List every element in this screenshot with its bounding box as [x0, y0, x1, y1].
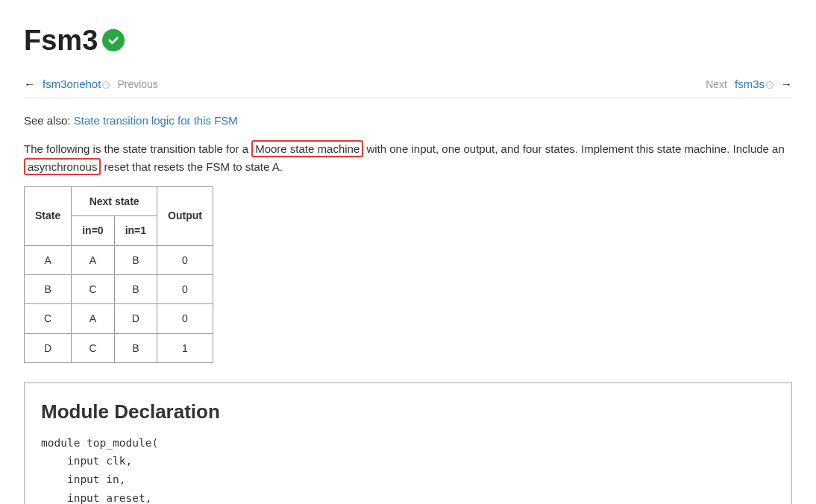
- col-in0: in=0: [72, 216, 114, 245]
- next-link[interactable]: fsm3s: [735, 75, 773, 93]
- col-output: Output: [157, 186, 213, 245]
- see-also: See also: State transition logic for thi…: [24, 112, 792, 130]
- prev-label: Previous: [117, 76, 157, 92]
- title-row: Fsm3: [24, 18, 792, 63]
- module-heading: Module Declaration: [41, 397, 775, 428]
- prev-next-nav: ← fsm3onehot Previous Next fsm3s →: [24, 69, 792, 98]
- status-dot-icon: [102, 81, 110, 89]
- nav-right: Next fsm3s →: [706, 75, 792, 93]
- highlight-moore: Moore state machine: [251, 140, 363, 158]
- problem-description: The following is the state transition ta…: [24, 140, 792, 176]
- prev-link[interactable]: fsm3onehot: [43, 75, 110, 93]
- table-row: C A D 0: [25, 304, 213, 333]
- table-row: D C B 1: [25, 333, 213, 362]
- module-declaration-box: Module Declaration module top_module( in…: [24, 382, 792, 504]
- highlight-async: asynchronous: [24, 158, 101, 176]
- col-in1: in=1: [114, 216, 157, 245]
- col-next-state: Next state: [72, 186, 157, 215]
- status-dot-icon: [766, 81, 773, 89]
- next-label: Next: [706, 76, 727, 92]
- arrow-left-icon[interactable]: ←: [24, 75, 35, 93]
- module-code: module top_module( input clk, input in, …: [41, 434, 775, 504]
- arrow-right-icon[interactable]: →: [781, 75, 792, 93]
- table-row: A A B 0: [25, 245, 213, 274]
- table-row: B C B 0: [25, 274, 213, 303]
- see-also-prefix: See also:: [24, 114, 74, 127]
- see-also-link[interactable]: State transition logic for this FSM: [74, 114, 238, 127]
- state-transition-table: State Next state Output in=0 in=1 A A B …: [24, 186, 213, 363]
- success-check-icon: [102, 29, 125, 51]
- page-title: Fsm3: [24, 18, 98, 63]
- table-header-row: State Next state Output: [25, 186, 213, 215]
- nav-left: ← fsm3onehot Previous: [24, 75, 158, 93]
- col-state: State: [25, 186, 72, 245]
